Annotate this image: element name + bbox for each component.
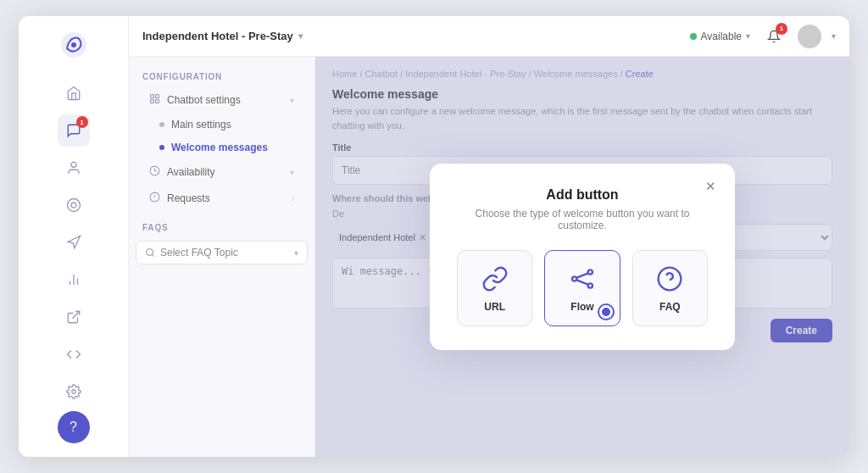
svg-point-4 bbox=[71, 203, 76, 208]
flow-label: Flow bbox=[570, 301, 593, 313]
requests-label: Requests bbox=[167, 192, 210, 204]
svg-point-23 bbox=[588, 283, 593, 287]
faq-option[interactable]: FAQ bbox=[632, 250, 708, 326]
faq-label: FAQ bbox=[659, 301, 681, 313]
svg-line-9 bbox=[72, 311, 79, 318]
faq-topic-dropdown[interactable]: Select FAQ Topic ▾ bbox=[136, 241, 308, 264]
requests-chevron-icon: › bbox=[292, 194, 294, 203]
svg-point-10 bbox=[71, 390, 75, 394]
sidebar-item-contacts[interactable] bbox=[58, 152, 90, 184]
svg-rect-13 bbox=[156, 100, 159, 103]
notification-badge: 1 bbox=[776, 23, 787, 35]
workspace-title[interactable]: Independent Hotel - Pre-Stay ▾ bbox=[142, 30, 303, 42]
url-icon bbox=[480, 264, 510, 294]
modal-description: Choose the type of welcome button you wa… bbox=[457, 208, 708, 231]
configuration-section-label: CONFIGURATION bbox=[129, 67, 314, 86]
main-settings-nav[interactable]: Main settings bbox=[136, 114, 308, 136]
requests-nav[interactable]: Requests › bbox=[136, 186, 308, 211]
svg-point-22 bbox=[588, 270, 593, 274]
svg-point-1 bbox=[71, 42, 76, 47]
notifications-button[interactable]: 1 bbox=[760, 23, 787, 50]
welcome-messages-label: Welcome messages bbox=[171, 142, 268, 153]
welcome-messages-dot bbox=[159, 145, 164, 150]
modal-title: Add button bbox=[457, 187, 708, 203]
main-content: Independent Hotel - Pre-Stay ▾ Available… bbox=[129, 16, 849, 457]
flow-icon bbox=[567, 264, 598, 294]
status-indicator[interactable]: Available ▾ bbox=[690, 31, 750, 42]
user-avatar[interactable] bbox=[798, 25, 821, 48]
sidebar-item-settings[interactable] bbox=[58, 376, 90, 408]
modal-close-button[interactable]: ✕ bbox=[699, 175, 721, 198]
svg-line-20 bbox=[152, 254, 153, 256]
sidebar: 1 ? bbox=[19, 16, 129, 457]
svg-marker-5 bbox=[68, 236, 80, 248]
sidebar-item-campaigns[interactable] bbox=[58, 226, 90, 259]
svg-point-21 bbox=[572, 276, 576, 281]
sidebar-nav: 1 bbox=[19, 77, 128, 411]
status-label: Available bbox=[701, 31, 742, 42]
chatbot-settings-icon bbox=[149, 93, 160, 107]
faq-icon bbox=[654, 264, 685, 294]
workspace-name: Independent Hotel - Pre-Stay bbox=[142, 30, 293, 42]
flow-option[interactable]: Flow bbox=[544, 250, 620, 326]
url-label: URL bbox=[484, 301, 505, 313]
faq-topic-placeholder: Select FAQ Topic bbox=[160, 247, 238, 259]
help-icon: ? bbox=[70, 420, 77, 435]
sidebar-item-segments[interactable] bbox=[58, 189, 90, 221]
svg-rect-12 bbox=[156, 95, 159, 98]
welcome-messages-nav[interactable]: Welcome messages bbox=[136, 136, 308, 159]
svg-rect-14 bbox=[151, 100, 154, 103]
status-dot bbox=[690, 33, 697, 40]
main-settings-dot bbox=[159, 122, 164, 127]
main-settings-label: Main settings bbox=[171, 119, 231, 131]
svg-point-19 bbox=[147, 249, 153, 256]
avatar-chevron-icon[interactable]: ▾ bbox=[832, 31, 836, 41]
add-button-modal: ✕ Add button Choose the type of welcome … bbox=[430, 164, 735, 350]
faq-chevron-icon: ▾ bbox=[294, 248, 298, 258]
svg-point-3 bbox=[67, 199, 80, 212]
chat-badge: 1 bbox=[76, 116, 88, 128]
svg-point-24 bbox=[659, 268, 682, 291]
flow-selected-indicator bbox=[599, 305, 613, 319]
availability-chevron-icon: ▾ bbox=[290, 168, 294, 177]
right-content: Home / Chatbot / Independent Hotel - Pre… bbox=[315, 57, 849, 457]
sidebar-item-chat[interactable]: 1 bbox=[58, 114, 90, 147]
chatbot-settings-label: Chatbot settings bbox=[167, 94, 241, 106]
modal-overlay: ✕ Add button Choose the type of welcome … bbox=[315, 57, 849, 457]
faqs-section-label: FAQS bbox=[129, 218, 314, 237]
status-chevron-icon: ▾ bbox=[746, 31, 750, 41]
header-right: Available ▾ 1 ▾ bbox=[690, 23, 836, 50]
workspace-chevron-icon: ▾ bbox=[298, 31, 303, 41]
availability-label: Availability bbox=[167, 166, 214, 178]
chatbot-settings-nav[interactable]: Chatbot settings ▾ bbox=[136, 87, 308, 113]
svg-point-2 bbox=[71, 162, 76, 167]
svg-rect-11 bbox=[151, 95, 154, 98]
url-option[interactable]: URL bbox=[457, 250, 532, 326]
help-button[interactable]: ? bbox=[58, 411, 90, 443]
sidebar-item-analytics[interactable] bbox=[58, 264, 90, 296]
body: CONFIGURATION Chatbot settings ▾ Main se… bbox=[129, 57, 849, 457]
header: Independent Hotel - Pre-Stay ▾ Available… bbox=[129, 16, 849, 57]
app-logo bbox=[58, 30, 89, 60]
availability-icon bbox=[149, 165, 160, 179]
sidebar-item-code[interactable] bbox=[58, 338, 90, 370]
sidebar-item-integrations[interactable] bbox=[58, 301, 90, 333]
requests-icon bbox=[149, 192, 160, 205]
button-type-options: URL bbox=[457, 250, 708, 326]
left-panel: CONFIGURATION Chatbot settings ▾ Main se… bbox=[129, 57, 315, 457]
availability-nav[interactable]: Availability ▾ bbox=[136, 159, 308, 185]
sidebar-item-home[interactable] bbox=[58, 77, 90, 109]
chatbot-settings-chevron-icon: ▾ bbox=[290, 96, 294, 105]
